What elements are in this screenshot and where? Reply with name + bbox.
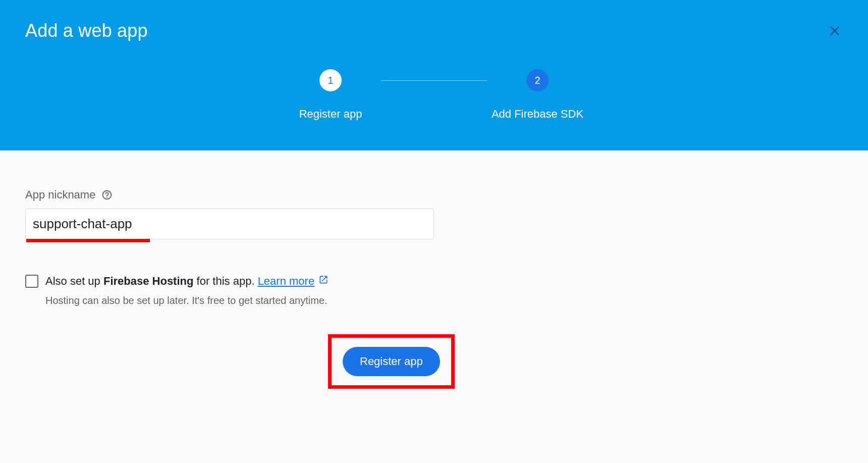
hosting-checkbox[interactable] [25,275,38,288]
hosting-text-suffix: for this app. [193,275,257,287]
external-link-icon [318,275,329,288]
step-connector [381,80,487,81]
step-register-app: 1 Register app [280,69,381,123]
app-nickname-input[interactable] [25,209,434,239]
close-button[interactable] [827,23,843,41]
learn-more-link[interactable]: Learn more [258,275,329,288]
stepper: 1 Register app 2 Add Firebase SDK [25,69,843,123]
hosting-subtext: Hosting can also be set up later. It's f… [45,295,843,306]
step-label-2: Add Firebase SDK [492,106,583,123]
page-title: Add a web app [25,20,843,41]
wizard-header: Add a web app 1 Register app 2 Add Fireb… [0,0,868,150]
annotation-underline [26,239,150,242]
nickname-input-wrapper [25,209,434,239]
help-icon[interactable] [101,189,113,200]
nickname-label-row: App nickname [25,188,843,201]
wizard-content: App nickname Also set up Firebase Hostin… [0,150,868,389]
hosting-text-bold: Firebase Hosting [103,275,193,287]
step-label-1: Register app [299,106,362,123]
step-number-2: 2 [526,69,549,91]
hosting-text-prefix: Also set up [45,275,103,287]
annotation-highlight-box: Register app [328,334,455,389]
step-add-sdk: 2 Add Firebase SDK [487,69,588,123]
step-number-1: 1 [319,69,342,91]
nickname-label: App nickname [25,188,95,201]
learn-more-text: Learn more [258,275,315,288]
close-icon [827,32,843,40]
hosting-option-row: Also set up Firebase Hosting for this ap… [25,275,843,288]
register-app-button[interactable]: Register app [343,347,440,376]
hosting-label: Also set up Firebase Hosting for this ap… [45,275,329,288]
